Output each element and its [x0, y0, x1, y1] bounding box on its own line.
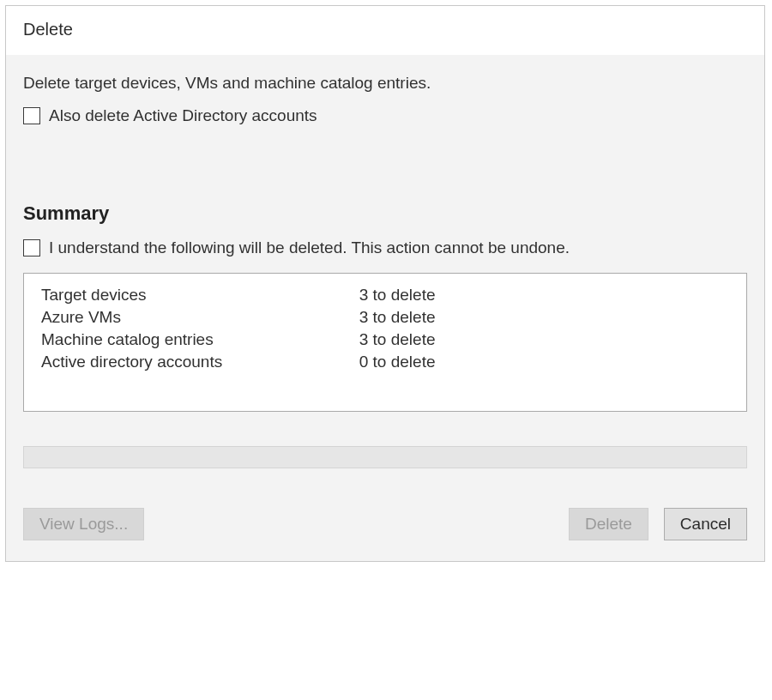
summary-row-label: Active directory accounts: [41, 351, 359, 373]
summary-row-label: Azure VMs: [41, 306, 359, 329]
also-delete-ad-checkbox[interactable]: Also delete Active Directory accounts: [23, 106, 317, 125]
cancel-button[interactable]: Cancel: [664, 508, 747, 540]
summary-row-count: 3 to delete: [359, 329, 733, 351]
view-logs-button[interactable]: View Logs...: [23, 508, 144, 540]
table-row: Azure VMs 3 to delete: [41, 306, 733, 329]
checkbox-icon: [23, 239, 40, 256]
confirm-delete-label: I understand the following will be delet…: [49, 238, 570, 257]
summary-row-label: Target devices: [41, 284, 359, 306]
table-row: Machine catalog entries 3 to delete: [41, 329, 733, 351]
dialog-body: Delete target devices, VMs and machine c…: [6, 55, 764, 561]
summary-box: Target devices 3 to delete Azure VMs 3 t…: [23, 273, 747, 412]
checkbox-icon: [23, 107, 40, 124]
summary-heading: Summary: [23, 202, 747, 225]
summary-row-label: Machine catalog entries: [41, 329, 359, 351]
confirm-delete-checkbox[interactable]: I understand the following will be delet…: [23, 238, 570, 257]
delete-button[interactable]: Delete: [569, 508, 648, 540]
dialog-title: Delete: [6, 6, 764, 55]
dialog-button-row: View Logs... Delete Cancel: [23, 508, 747, 540]
table-row: Target devices 3 to delete: [41, 284, 733, 306]
progress-bar: [23, 446, 747, 468]
summary-row-count: 0 to delete: [359, 351, 733, 373]
summary-row-count: 3 to delete: [359, 306, 733, 329]
delete-dialog: Delete Delete target devices, VMs and ma…: [5, 5, 765, 562]
also-delete-ad-label: Also delete Active Directory accounts: [49, 106, 317, 125]
table-row: Active directory accounts 0 to delete: [41, 351, 733, 373]
summary-row-count: 3 to delete: [359, 284, 733, 306]
summary-table: Target devices 3 to delete Azure VMs 3 t…: [41, 284, 733, 373]
dialog-description: Delete target devices, VMs and machine c…: [23, 74, 747, 93]
